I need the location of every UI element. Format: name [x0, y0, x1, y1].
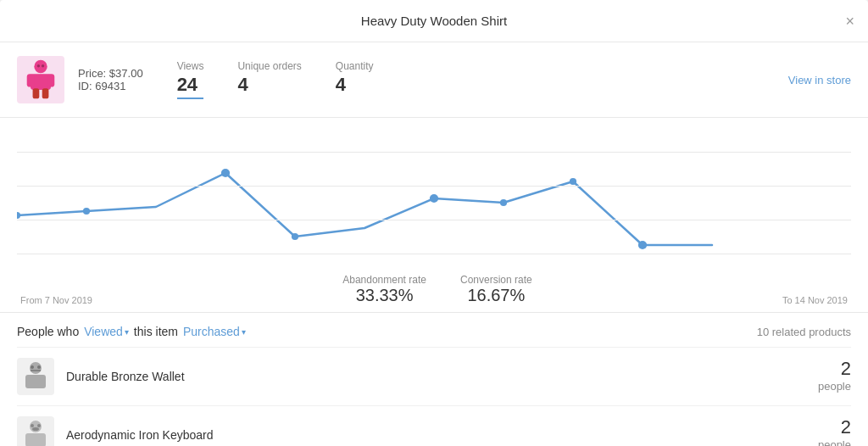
line-chart: [17, 135, 851, 262]
views-stat: Views 24: [177, 60, 204, 99]
svg-point-13: [430, 194, 438, 203]
purchased-chevron-icon: ▾: [242, 327, 246, 337]
chart-date-to: To 14 Nov 2019: [782, 295, 848, 305]
related-products-list: Durable Bronze Wallet 2 people: [17, 347, 851, 446]
modal-title: Heavy Duty Wooden Shirt: [361, 14, 507, 28]
item-name-2: Aerodynamic Iron Keyboard: [66, 428, 818, 442]
item-count-label-2: people: [818, 438, 851, 446]
product-avatar: [17, 56, 64, 103]
abandonment-rate-value: 33.33%: [356, 286, 414, 305]
product-id: ID: 69431: [78, 80, 143, 92]
svg-point-10: [83, 208, 90, 215]
modal-header: Heavy Duty Wooden Shirt ×: [0, 0, 868, 42]
purchased-dropdown[interactable]: Purchased ▾: [183, 325, 246, 338]
svg-point-6: [36, 62, 46, 72]
people-who-row: People who Viewed ▾ this item Purchased …: [17, 325, 851, 338]
item-image-2: [17, 416, 54, 446]
related-products-label: 10 related products: [757, 326, 851, 338]
view-in-store-link[interactable]: View in store: [788, 74, 851, 86]
abandonment-rate: Abandonment rate 33.33%: [342, 274, 426, 305]
orders-label: Unique orders: [237, 60, 301, 72]
svg-point-15: [570, 178, 576, 185]
product-price: Price: $37.00: [78, 67, 143, 80]
people-who-middle: this item: [134, 325, 178, 338]
product-image: [20, 59, 61, 100]
people-who-prefix: People who: [17, 325, 79, 338]
item-count-label-1: people: [818, 380, 851, 393]
viewed-dropdown[interactable]: Viewed ▾: [84, 325, 129, 338]
svg-rect-23: [25, 433, 46, 446]
product-header: Price: $37.00 ID: 69431 Views 24 Unique …: [0, 42, 868, 118]
svg-point-26: [32, 427, 39, 431]
conversion-rate-label: Conversion rate: [460, 274, 532, 286]
chart-labels: From 7 Nov 2019 Abandonment rate 33.33% …: [17, 274, 851, 305]
viewed-chevron-icon: ▾: [125, 327, 129, 337]
list-item: Durable Bronze Wallet 2 people: [17, 347, 851, 405]
item-image-1: [17, 358, 54, 395]
grid-line-3: [17, 220, 851, 220]
grid-line-1: [17, 152, 851, 153]
svg-point-12: [292, 233, 298, 240]
views-label: Views: [177, 60, 204, 72]
svg-rect-3: [47, 74, 55, 86]
people-who-filters: People who Viewed ▾ this item Purchased …: [17, 325, 246, 338]
item-name-1: Durable Bronze Wallet: [66, 370, 818, 383]
svg-point-9: [17, 212, 20, 219]
abandonment-rate-label: Abandonment rate: [342, 274, 426, 286]
quantity-stat: Quantity 4: [336, 60, 374, 99]
chart-container: [17, 135, 851, 270]
conversion-rate-value: 16.67%: [467, 286, 525, 305]
close-button[interactable]: ×: [845, 14, 854, 29]
item-avatar-1: [17, 358, 54, 395]
quantity-value: 4: [336, 74, 374, 96]
item-count-1: 2 people: [818, 360, 851, 393]
grid-line-2: [17, 186, 851, 187]
grid-line-4: [17, 254, 851, 254]
svg-point-14: [500, 199, 507, 206]
item-count-number-1: 2: [818, 360, 851, 378]
svg-point-19: [31, 365, 34, 369]
conversion-rate: Conversion rate 16.67%: [460, 274, 532, 305]
svg-point-20: [37, 365, 41, 369]
svg-point-25: [37, 424, 41, 427]
svg-point-8: [42, 64, 44, 67]
orders-value: 4: [237, 74, 301, 96]
svg-point-11: [221, 169, 230, 177]
product-modal: Heavy Duty Wooden Shirt × Price: $37: [0, 0, 868, 446]
list-item: Aerodynamic Iron Keyboard 2 people: [17, 405, 851, 446]
svg-rect-4: [33, 88, 40, 98]
svg-rect-5: [42, 88, 49, 98]
chart-metrics: Abandonment rate 33.33% Conversion rate …: [342, 274, 531, 305]
people-who-section: People who Viewed ▾ this item Purchased …: [0, 312, 868, 446]
stats-section: Views 24 Unique orders 4 Quantity 4: [177, 60, 788, 99]
orders-stat: Unique orders 4: [237, 60, 301, 99]
item-count-number-2: 2: [818, 418, 851, 437]
svg-point-24: [31, 424, 34, 427]
chart-date-from: From 7 Nov 2019: [20, 295, 92, 305]
svg-point-7: [37, 64, 40, 67]
chart-section: From 7 Nov 2019 Abandonment rate 33.33% …: [0, 118, 868, 305]
product-info: Price: $37.00 ID: 69431: [78, 67, 143, 92]
svg-point-16: [638, 241, 647, 249]
item-count-2: 2 people: [818, 418, 851, 446]
svg-rect-2: [27, 74, 35, 86]
item-avatar-2: [17, 416, 54, 446]
views-value: 24: [177, 74, 204, 99]
svg-rect-18: [25, 375, 46, 388]
quantity-label: Quantity: [336, 60, 374, 72]
